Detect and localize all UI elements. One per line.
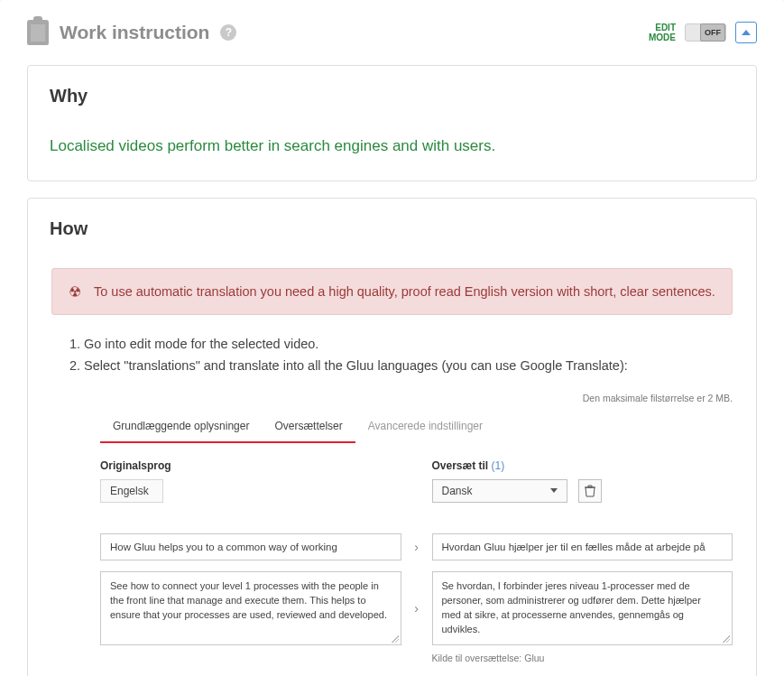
steps-list: Go into edit mode for the selected video…	[51, 335, 733, 376]
tab-translations[interactable]: Oversættelser	[262, 412, 355, 443]
source-title-input[interactable]: How Gluu helps you to a common way of wo…	[100, 533, 401, 560]
step-1: Go into edit mode for the selected video…	[84, 335, 733, 355]
why-body: Localised videos perform better in searc…	[50, 137, 734, 155]
target-title-input[interactable]: Hvordan Gluu hjælper jer til en fælles m…	[432, 533, 733, 560]
radiation-icon: ☢	[69, 283, 81, 301]
source-description-text: See how to connect your level 1 processe…	[110, 580, 387, 620]
delete-translation-button[interactable]	[578, 479, 602, 503]
translate-to-label: Oversæt til (1)	[432, 459, 733, 472]
toggle-state: OFF	[700, 23, 725, 42]
source-description-input[interactable]: See how to connect your level 1 processe…	[100, 571, 401, 645]
resize-handle[interactable]	[392, 635, 399, 643]
title-row: How Gluu helps you to a common way of wo…	[100, 533, 733, 560]
translation-embed: Den maksimale filstørrelse er 2 MB. Grun…	[100, 393, 733, 676]
help-icon[interactable]: ?	[220, 24, 236, 41]
resize-handle[interactable]	[723, 635, 730, 643]
clipboard-icon	[27, 20, 49, 45]
alert-text: To use automatic translation you need a …	[94, 282, 715, 301]
why-card: Why Localised videos perform better in s…	[27, 65, 757, 181]
edit-mode-line2: MODE	[649, 32, 676, 42]
tab-basic[interactable]: Grundlæggende oplysninger	[100, 412, 262, 443]
header-right: EDIT MODE OFF	[649, 22, 757, 43]
edit-mode-toggle[interactable]: OFF	[685, 23, 726, 42]
tab-advanced[interactable]: Avancerede indstillinger	[355, 412, 495, 443]
how-card: How ☢ To use automatic translation you n…	[27, 198, 757, 676]
arrow-gap-1: ›	[401, 533, 432, 560]
source-note-row: Kilde til oversættelse: Gluu	[100, 645, 733, 663]
arrow-right-icon: ›	[414, 540, 419, 554]
step-2: Select "translations" and translate into…	[84, 357, 733, 376]
translation-count: (1)	[492, 459, 505, 472]
target-description-text: Se hvordan, I forbinder jeres niveau 1-p…	[442, 580, 701, 634]
max-file-size: Den maksimale filstørrelse er 2 MB.	[100, 393, 733, 403]
warning-alert: ☢ To use automatic translation you need …	[51, 268, 733, 315]
why-heading: Why	[50, 86, 734, 106]
target-description-input[interactable]: Se hvordan, I forbinder jeres niveau 1-p…	[432, 571, 733, 645]
arrow-gap-2: ›	[401, 571, 432, 645]
original-language-label: Originalsprog	[100, 459, 401, 472]
caret-down-icon	[550, 488, 558, 493]
work-instruction-panel: Work instruction ? EDIT MODE OFF Why Loc…	[0, 0, 784, 676]
page-title: Work instruction	[60, 22, 209, 43]
header-left: Work instruction ?	[27, 20, 236, 45]
target-language-select[interactable]: Dansk	[432, 479, 567, 503]
chevron-up-icon	[742, 30, 751, 35]
edit-mode-label: EDIT MODE	[649, 23, 676, 42]
target-column: Oversæt til (1) Dansk	[432, 459, 733, 503]
translate-to-text: Oversæt til	[432, 459, 489, 472]
collapse-button[interactable]	[735, 22, 757, 43]
original-language-value[interactable]: Engelsk	[100, 479, 163, 503]
description-row: See how to connect your level 1 processe…	[100, 571, 733, 645]
edit-mode-line1: EDIT	[649, 23, 676, 32]
trash-icon	[585, 485, 595, 497]
embed-tabs: Grundlæggende oplysninger Oversættelser …	[100, 412, 733, 443]
translation-source-note: Kilde til oversættelse: Gluu	[432, 653, 733, 663]
how-heading: How	[50, 218, 734, 239]
original-column: Originalsprog Engelsk	[100, 459, 401, 503]
language-row: Originalsprog Engelsk Oversæt til (1) Da…	[100, 459, 733, 503]
target-language-value: Dansk	[442, 485, 473, 497]
arrow-right-icon: ›	[414, 601, 419, 616]
panel-header: Work instruction ? EDIT MODE OFF	[27, 20, 757, 45]
